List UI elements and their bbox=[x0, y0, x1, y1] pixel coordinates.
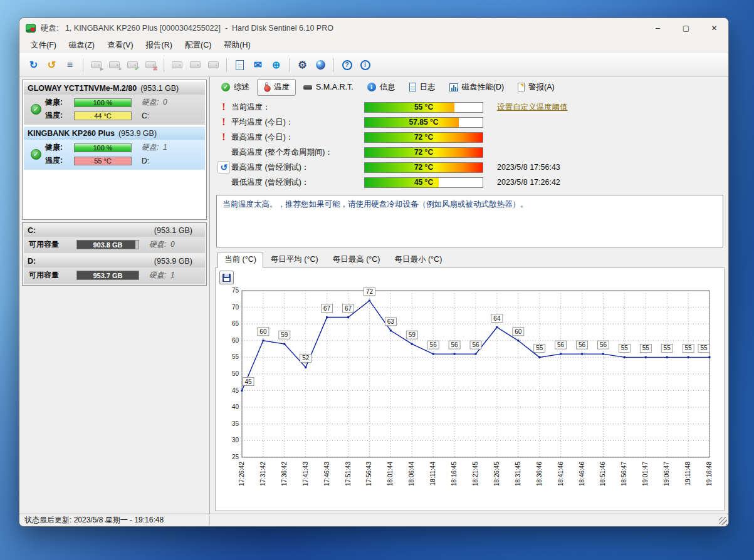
svg-text:30: 30 bbox=[232, 437, 239, 443]
maximize-button[interactable]: ▢ bbox=[672, 18, 700, 38]
disk-item-kingbank[interactable]: KINGBANK KP260 Plus (953.9 GB) ✓ 健康: 100… bbox=[24, 127, 205, 170]
temperature-bar: 55 °C bbox=[74, 157, 132, 165]
online-report-button[interactable]: ⊕ bbox=[268, 56, 285, 73]
svg-text:55: 55 bbox=[621, 345, 629, 351]
app-window: 硬盘: 1, KINGBANK KP260 Plus [000030425502… bbox=[19, 18, 729, 527]
svg-text:55: 55 bbox=[232, 353, 239, 360]
svg-text:75: 75 bbox=[232, 287, 239, 294]
details-list-button[interactable]: ≡ bbox=[61, 56, 78, 73]
partition-size: (953.1 GB) bbox=[154, 226, 192, 235]
temperature-row-max-today: ! 最高温度 (今日)： 72 °C bbox=[216, 130, 723, 145]
chart-tab-daily-average[interactable]: 每日平均 (°C) bbox=[264, 252, 325, 268]
svg-text:60: 60 bbox=[232, 337, 239, 344]
tab-overview[interactable]: 综述 bbox=[215, 79, 256, 96]
svg-text:18:36:46: 18:36:46 bbox=[536, 462, 543, 486]
send-report-button[interactable]: ✉ bbox=[249, 56, 266, 73]
refresh-button[interactable]: ↻ bbox=[25, 56, 42, 73]
reset-icon bbox=[220, 163, 228, 172]
svg-text:45: 45 bbox=[232, 387, 239, 394]
menu-help[interactable]: 帮助(H) bbox=[217, 38, 256, 53]
svg-text:59: 59 bbox=[281, 331, 288, 338]
tab-smart[interactable]: S.M.A.R.T. bbox=[297, 80, 360, 95]
tab-log[interactable]: 日志 bbox=[403, 79, 442, 96]
information-button[interactable]: i bbox=[357, 56, 374, 73]
temperature-gauge: 55 °C bbox=[364, 102, 483, 113]
disk-control-icon bbox=[172, 61, 182, 68]
chart-tab-daily-min[interactable]: 每日最小 (°C) bbox=[387, 252, 449, 268]
svg-text:56: 56 bbox=[579, 341, 586, 348]
scheduled-refresh-icon: ↺ bbox=[48, 60, 56, 70]
window-controls: – ▢ ✕ bbox=[644, 18, 728, 38]
health-bar: 100 % bbox=[74, 98, 132, 107]
performance-chart-icon bbox=[449, 83, 458, 91]
tab-temperature[interactable]: 温度 bbox=[257, 79, 296, 96]
disk-eject-button[interactable] bbox=[205, 56, 222, 73]
status-sphere-button[interactable] bbox=[312, 56, 329, 73]
svg-text:35: 35 bbox=[232, 420, 239, 427]
help-icon: ? bbox=[342, 60, 352, 70]
settings-button[interactable]: ⚙ bbox=[294, 56, 311, 73]
tab-information[interactable]: 信息 bbox=[361, 79, 402, 96]
svg-text:67: 67 bbox=[345, 305, 352, 312]
minimize-button[interactable]: – bbox=[644, 18, 672, 38]
short-selftest-button[interactable]: ▸ bbox=[88, 56, 105, 73]
close-button[interactable]: ✕ bbox=[700, 18, 728, 38]
resize-grip[interactable] bbox=[719, 517, 727, 525]
menu-config[interactable]: 配置(C) bbox=[179, 38, 217, 53]
temperature-row-label: 最低温度 (曾经测试)： bbox=[231, 177, 364, 188]
disk-name: GLOWAY YCT1TNVMe-M.2/80 bbox=[28, 84, 137, 93]
chart-tab-current[interactable]: 当前 (°C) bbox=[217, 252, 263, 268]
svg-text:65: 65 bbox=[232, 320, 239, 327]
log-page-icon bbox=[409, 83, 416, 91]
statusbar-divider bbox=[209, 516, 210, 525]
temperature-gauge: 72 °C bbox=[364, 147, 483, 158]
menu-disk[interactable]: 磁盘(Z) bbox=[63, 38, 101, 53]
tab-performance[interactable]: 磁盘性能(D) bbox=[443, 79, 510, 96]
toolbar-separator bbox=[83, 58, 83, 72]
menu-report[interactable]: 报告(R) bbox=[140, 38, 179, 53]
svg-text:40: 40 bbox=[232, 403, 239, 410]
disk-list: GLOWAY YCT1TNVMe-M.2/80 (953.1 GB) ✓ 健康:… bbox=[22, 80, 207, 220]
partition-item-d[interactable]: D: (953.9 GB) 可用容量 953.7 GB 硬盘: 1 bbox=[24, 255, 205, 284]
partition-letter: C: bbox=[28, 226, 36, 235]
scheduled-refresh-button[interactable]: ↺ bbox=[43, 56, 60, 73]
extended-selftest-button[interactable]: » bbox=[106, 56, 123, 73]
svg-text:55: 55 bbox=[664, 345, 671, 351]
reset-temperature-button[interactable] bbox=[217, 161, 230, 174]
check-circle-icon bbox=[221, 83, 230, 91]
accept-values-button[interactable]: ✔ bbox=[124, 56, 141, 73]
health-bar: 100 % bbox=[74, 143, 132, 152]
svg-text:17:51:43: 17:51:43 bbox=[345, 462, 352, 486]
svg-text:56: 56 bbox=[430, 341, 437, 348]
save-chart-button[interactable] bbox=[219, 271, 234, 284]
alert-page-icon bbox=[518, 83, 525, 91]
info-circle-icon bbox=[367, 83, 376, 91]
disk-item-gloway[interactable]: GLOWAY YCT1TNVMe-M.2/80 (953.1 GB) ✓ 健康:… bbox=[24, 81, 205, 125]
temperature-row-label: 最高温度 (整个寿命周期间)： bbox=[231, 147, 364, 158]
svg-text:19:16:48: 19:16:48 bbox=[706, 462, 713, 486]
set-threshold-link[interactable]: 设置自定义温度阈值 bbox=[497, 103, 568, 111]
svg-text:19:06:47: 19:06:47 bbox=[663, 462, 670, 486]
menu-file[interactable]: 文件(F) bbox=[24, 38, 63, 53]
svg-text:18:31:45: 18:31:45 bbox=[515, 462, 521, 486]
free-space-label: 可用容量 bbox=[29, 239, 76, 250]
temperature-row-average: ! 平均温度 (今日)： 57.85 °C bbox=[216, 115, 723, 130]
tab-alerts[interactable]: 警报(A) bbox=[511, 79, 561, 96]
restore-values-button[interactable]: ✖ bbox=[142, 56, 159, 73]
partition-letter: D: bbox=[28, 257, 36, 266]
warning-icon: ! bbox=[222, 102, 225, 112]
disk-acoustic-button[interactable] bbox=[187, 56, 204, 73]
menu-view[interactable]: 查看(V) bbox=[101, 38, 140, 53]
disk-control-button[interactable] bbox=[169, 56, 186, 73]
svg-text:60: 60 bbox=[259, 328, 267, 335]
partition-item-c[interactable]: C: (953.1 GB) 可用容量 903.8 GB 硬盘: 0 bbox=[24, 224, 205, 253]
help-button[interactable]: ? bbox=[338, 56, 355, 73]
svg-text:50: 50 bbox=[232, 370, 239, 377]
svg-text:72: 72 bbox=[366, 288, 374, 295]
disk-size: (953.9 GB) bbox=[118, 129, 157, 138]
free-space-bar: 953.7 GB bbox=[76, 271, 139, 280]
svg-text:25: 25 bbox=[232, 454, 239, 460]
chart-tab-daily-max[interactable]: 每日最高 (°C) bbox=[326, 252, 387, 268]
report-button[interactable] bbox=[231, 56, 248, 73]
svg-text:70: 70 bbox=[232, 304, 239, 311]
